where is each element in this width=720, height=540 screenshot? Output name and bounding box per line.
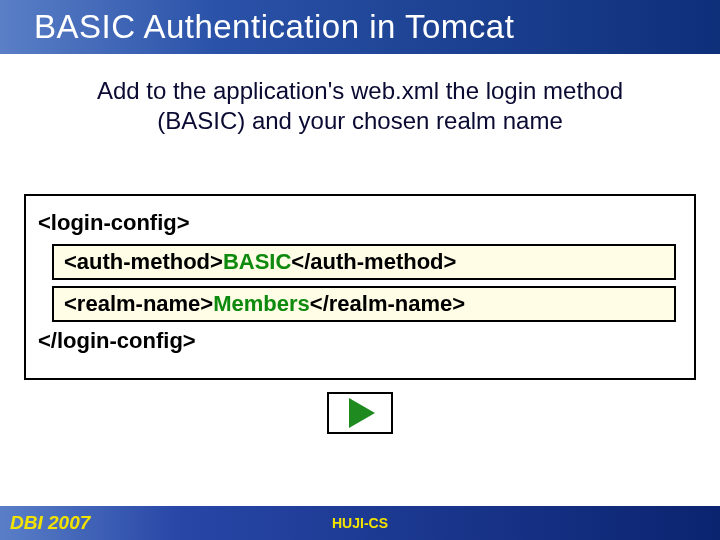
footer-left: DBI 2007 — [10, 512, 90, 534]
auth-method-line: <auth-method>BASIC</auth-method> — [52, 244, 676, 280]
auth-method-open: <auth-method> — [64, 249, 223, 274]
slide-subtitle: Add to the application's web.xml the log… — [50, 76, 670, 136]
auth-method-value: BASIC — [223, 249, 291, 274]
code-block: <login-config> <auth-method>BASIC</auth-… — [24, 194, 696, 380]
realm-name-value: Members — [213, 291, 310, 316]
realm-name-open: <realm-name> — [64, 291, 213, 316]
slide-title: BASIC Authentication in Tomcat — [34, 8, 514, 46]
play-button[interactable] — [327, 392, 393, 434]
play-button-wrap — [0, 392, 720, 434]
realm-name-line: <realm-name>Members</realm-name> — [52, 286, 676, 322]
footer-center: HUJI-CS — [332, 515, 388, 531]
realm-name-close: </realm-name> — [310, 291, 465, 316]
play-icon — [349, 398, 375, 428]
footer-bar: DBI 2007 HUJI-CS — [0, 506, 720, 540]
title-bar: BASIC Authentication in Tomcat — [0, 0, 720, 54]
auth-method-close: </auth-method> — [291, 249, 456, 274]
login-config-close: </login-config> — [38, 328, 682, 354]
login-config-open: <login-config> — [38, 210, 682, 236]
